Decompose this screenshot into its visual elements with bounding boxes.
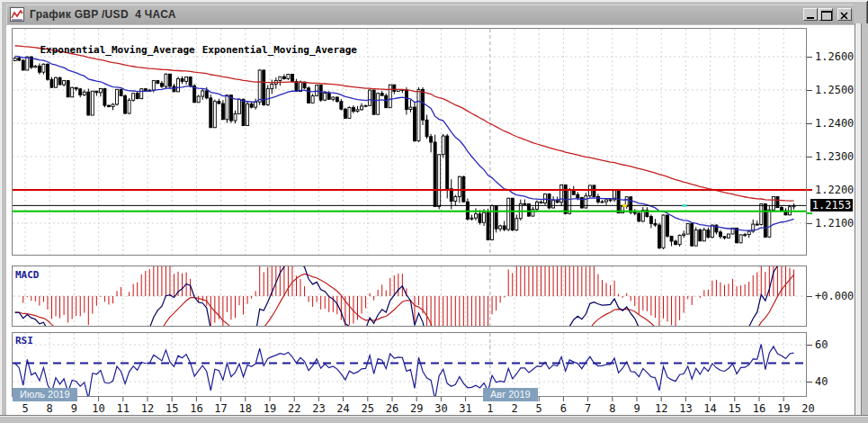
x-axis-label: 9 [627, 402, 647, 415]
x-axis-label: 13 [676, 402, 695, 415]
axis-tick [807, 57, 812, 58]
axis-tick [807, 157, 812, 158]
current-price-badge: 1.2153 [810, 199, 853, 212]
x-axis-label: 18 [236, 402, 255, 415]
x-axis-label: 16 [749, 402, 769, 415]
axis-tick [807, 345, 812, 346]
month-label-august: Авг 2019 [483, 388, 538, 401]
legend-ema-slow: Exponential_Moving_Average [202, 44, 357, 56]
y-axis-label: 1.2500 [815, 85, 854, 95]
x-axis-label: 1 [480, 402, 500, 415]
axis-tick [807, 189, 812, 191]
x-axis-label: 19 [774, 402, 793, 415]
x-axis-label: 5 [529, 402, 549, 415]
x-axis-label: 15 [725, 402, 745, 415]
axis-tick [807, 212, 812, 214]
rsi-label: RSI [15, 335, 33, 346]
y-axis-label: 1.2300 [815, 151, 854, 162]
x-axis-label: 20 [798, 402, 818, 415]
x-axis-label: 8 [603, 402, 622, 415]
rsi-level-label: 40 [815, 376, 828, 387]
y-axis-label: 1.2200 [815, 184, 854, 195]
axis-tick [807, 296, 812, 297]
axis-tick [807, 90, 812, 91]
chart-icon[interactable] [10, 7, 24, 22]
x-axis-label: 23 [309, 402, 328, 415]
x-axis-label: 10 [89, 402, 109, 415]
x-axis-label: 29 [407, 402, 426, 415]
y-axis-label: 1.2400 [815, 118, 854, 129]
x-axis-label: 15 [162, 402, 182, 415]
x-axis-label: 7 [578, 402, 598, 415]
x-axis-label: 30 [431, 402, 451, 415]
date-axis: 5891011121516171819222324252629303112567… [0, 402, 855, 415]
axis-tick [807, 382, 812, 382]
title-bar[interactable]: График GBP /USD 4 ЧАСА [6, 4, 854, 24]
x-axis-label: 14 [701, 402, 720, 415]
x-axis-label: 26 [382, 402, 402, 415]
price-axis: 1.2153 1.26001.25001.24001.23001.22001.2… [807, 0, 857, 416]
x-axis-label: 9 [64, 402, 84, 415]
x-axis-label: 6 [553, 402, 573, 415]
x-axis-label: 31 [456, 402, 476, 415]
y-axis-label: 1.2100 [815, 218, 854, 229]
x-axis-label: 24 [334, 402, 353, 415]
x-axis-label: 16 [186, 402, 206, 415]
rsi-panel-canvas[interactable] [12, 332, 807, 402]
x-axis-label: 19 [260, 402, 280, 415]
macd-label: MACD [15, 269, 40, 281]
month-label-july: Июль 2019 [13, 388, 77, 401]
axis-tick [807, 123, 812, 124]
x-axis-label: 17 [211, 402, 231, 415]
legend-ema-fast: Exponential_Moving_Average [40, 44, 195, 56]
y-axis-label: 1.2600 [815, 51, 854, 62]
axis-tick [807, 223, 812, 224]
macd-panel-canvas[interactable] [12, 266, 807, 327]
x-axis-label: 22 [284, 402, 304, 415]
window-bottom-frame [0, 415, 868, 423]
window-right-frame [855, 23, 868, 423]
x-axis-label: 12 [651, 402, 671, 415]
x-axis-label: 25 [358, 402, 378, 415]
macd-zero-label: +0.000 [815, 291, 854, 302]
x-axis-label: 11 [113, 402, 133, 415]
x-axis-label: 12 [138, 402, 157, 415]
window-title: График GBP /USD 4 ЧАСА [30, 5, 176, 24]
x-axis-label: 8 [40, 402, 59, 415]
indicator-legend: Exponential_Moving_AverageExponential_Mo… [16, 32, 364, 68]
rsi-level-label: 60 [815, 339, 828, 350]
x-axis-label: 2 [505, 402, 524, 415]
app-window: График GBP /USD 4 ЧАСА Exponential_Movin… [0, 0, 868, 423]
x-axis-label: 5 [15, 402, 35, 415]
